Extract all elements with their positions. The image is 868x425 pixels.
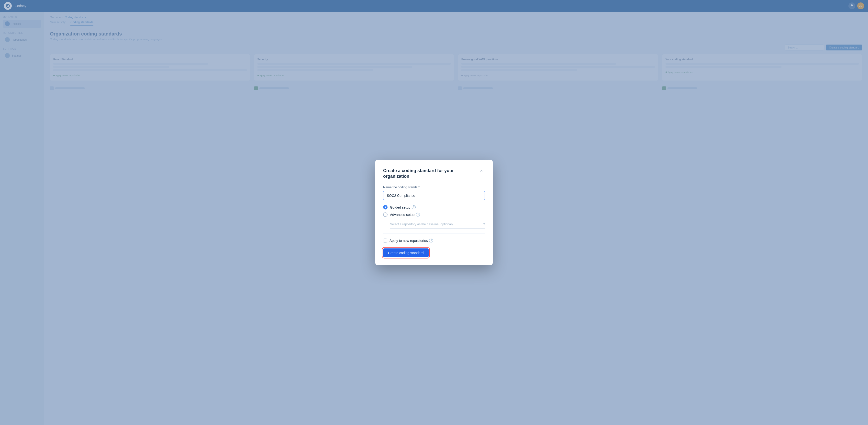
guided-setup-label: Guided setup ?: [390, 205, 416, 209]
modal-close-button[interactable]: ×: [478, 167, 485, 174]
repository-dropdown-text: Select a repository as the baseline (opt…: [390, 222, 453, 226]
apply-to-new-repos-checkbox[interactable]: [383, 238, 387, 243]
chevron-down-icon: ▾: [484, 222, 485, 226]
advanced-setup-radio-circle: [383, 212, 388, 217]
apply-to-new-repos-label: Apply to new repositories ?: [390, 238, 433, 243]
advanced-setup-label: Advanced setup ?: [390, 213, 420, 217]
guided-setup-help-icon[interactable]: ?: [412, 205, 416, 209]
apply-to-new-repos-row: Apply to new repositories ?: [383, 238, 485, 243]
guided-setup-radio-circle: [383, 205, 388, 209]
coding-standard-name-input[interactable]: [383, 191, 485, 200]
setup-type-radio-group: Guided setup ? Advanced setup ? Select a…: [383, 205, 485, 228]
create-coding-standard-modal: Create a coding standard for your organi…: [375, 160, 493, 265]
repository-baseline-dropdown[interactable]: Select a repository as the baseline (opt…: [390, 220, 485, 228]
modal-title: Create a coding standard for your organi…: [383, 168, 476, 179]
apply-to-new-repos-help-icon[interactable]: ?: [429, 238, 433, 243]
create-coding-standard-button[interactable]: Create coding standard: [383, 248, 429, 257]
name-field-group: Name the coding standard: [383, 185, 485, 200]
name-field-label: Name the coding standard: [383, 185, 485, 189]
advanced-setup-help-icon[interactable]: ?: [416, 213, 420, 217]
advanced-setup-radio[interactable]: Advanced setup ?: [383, 212, 485, 217]
modal-header: Create a coding standard for your organi…: [383, 168, 485, 179]
guided-setup-radio[interactable]: Guided setup ?: [383, 205, 485, 209]
